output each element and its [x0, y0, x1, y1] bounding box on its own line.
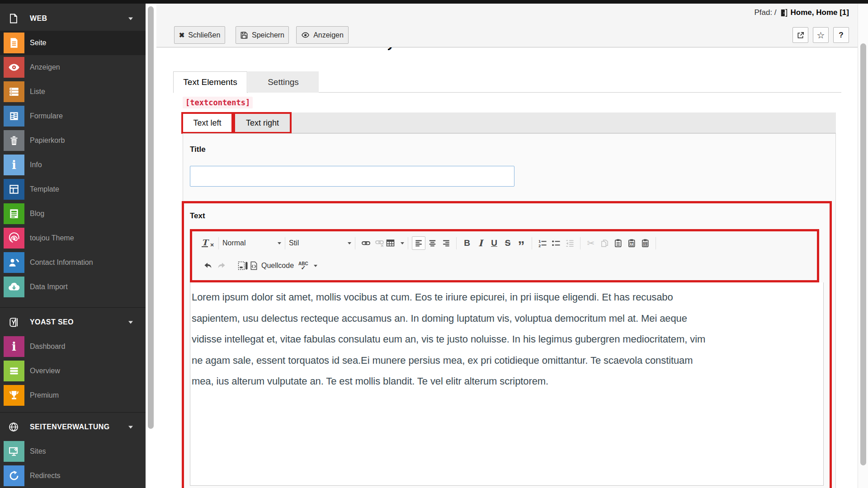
path-label: Pfad: /: [754, 8, 776, 17]
outdent-button[interactable]: [563, 236, 576, 250]
sidebar-item-label: Template: [30, 185, 59, 193]
subtab-label: Text right: [246, 118, 279, 128]
view-button[interactable]: Anzeigen: [296, 26, 349, 44]
copy-button[interactable]: [598, 236, 611, 250]
align-right-button[interactable]: [439, 236, 453, 250]
paste-button[interactable]: [611, 236, 625, 250]
subtab-label: Text left: [193, 118, 221, 128]
undo-button[interactable]: [201, 259, 215, 272]
sidebar-item-contact-information[interactable]: Contact Information: [0, 250, 146, 275]
sidebar-section-yoast-seo[interactable]: YOAST SEO: [0, 310, 146, 334]
sidebar-item-premium[interactable]: Premium: [0, 383, 146, 408]
close-button[interactable]: ✖ Schließen: [174, 26, 225, 44]
sidebar-item-template[interactable]: Template: [0, 177, 146, 202]
blockquote-button[interactable]: ”: [514, 234, 528, 253]
sidebar-item-label: Blog: [30, 210, 44, 218]
sidebar-item-toujou-theme[interactable]: toujou Theme: [0, 226, 146, 250]
view-button-label: Anzeigen: [313, 31, 344, 39]
module-scrollbar-thumb[interactable]: [148, 6, 154, 429]
sidebar-section-seitenverwaltung[interactable]: SEITENVERWALTUNG: [0, 415, 146, 439]
clipped-heading-fragment: y: [388, 47, 395, 51]
subtab-text-left[interactable]: Text left: [181, 112, 233, 134]
subtab-text-right[interactable]: Text right: [233, 112, 292, 134]
sidebar-item-info[interactable]: i Info: [0, 153, 146, 177]
bold-button[interactable]: B: [460, 236, 474, 250]
sidebar-item-redirects[interactable]: Redirects: [0, 464, 146, 488]
trophy-icon: [4, 385, 24, 406]
web-document-icon: [8, 13, 19, 24]
field-code-tag: [textcontents]: [183, 97, 253, 108]
paste-text-button[interactable]: T: [625, 236, 638, 250]
tab-settings[interactable]: Settings: [248, 71, 319, 93]
underline-button[interactable]: U: [487, 236, 501, 250]
spellcheck-button[interactable]: ABC ✓: [298, 259, 317, 272]
unordered-list-button[interactable]: [549, 236, 563, 250]
bookmark-button[interactable]: ☆: [813, 27, 829, 43]
monitor-gear-icon: [4, 441, 24, 462]
window-scrollbar-thumb[interactable]: [860, 43, 866, 465]
align-center-button[interactable]: [425, 236, 439, 250]
toolbar-separator: [456, 237, 457, 249]
sidebar-section-web[interactable]: WEB: [0, 6, 146, 31]
table-button[interactable]: [386, 236, 404, 250]
redo-button[interactable]: [215, 259, 228, 272]
cut-button[interactable]: ✂: [584, 236, 598, 250]
template-icon: [4, 179, 24, 200]
toolbar-separator: [218, 237, 219, 249]
unlink-button[interactable]: ✕: [373, 236, 386, 250]
paragraph-format-select[interactable]: Normal: [222, 239, 281, 247]
sidebar-item-seite[interactable]: Seite: [0, 31, 146, 55]
sidebar-item-overview[interactable]: Overview: [0, 359, 146, 383]
title-input[interactable]: [190, 166, 514, 187]
chevron-down-icon: [401, 242, 404, 244]
toolbar-separator: [532, 237, 532, 249]
sidebar-item-dashboard[interactable]: i Dashboard: [0, 334, 146, 359]
paste-word-button[interactable]: W: [638, 236, 652, 250]
sidebar-item-sites[interactable]: Sites: [0, 439, 146, 464]
save-button[interactable]: Speichern: [236, 26, 289, 44]
source-code-button[interactable]: Quellcode: [250, 259, 294, 272]
svg-text:✕: ✕: [380, 244, 384, 248]
style-select[interactable]: Stil: [289, 239, 351, 247]
align-left-button[interactable]: [412, 236, 425, 250]
remove-format-button[interactable]: T✕: [201, 236, 215, 250]
tab-label: Text Elements: [183, 77, 237, 87]
italic-button[interactable]: I: [474, 236, 487, 250]
sidebar-item-papierkorb[interactable]: Papierkorb: [0, 128, 146, 153]
sidebar-section-label: WEB: [30, 14, 47, 23]
open-new-window-button[interactable]: [793, 27, 808, 43]
show-blocks-button[interactable]: [236, 259, 250, 272]
help-button[interactable]: ?: [833, 27, 849, 43]
sidebar-item-formulare[interactable]: Formulare: [0, 104, 146, 128]
toolbar-separator: [580, 237, 580, 249]
sidebar-item-label: Seite: [30, 39, 46, 47]
sidebar-item-label: Sites: [30, 447, 46, 455]
link-button[interactable]: [359, 236, 373, 250]
sidebar-item-data-import[interactable]: Data Import: [0, 275, 146, 299]
tab-text-elements[interactable]: Text Elements: [173, 71, 247, 93]
sidebar-item-label: Formulare: [30, 112, 63, 120]
source-code-label: Quellcode: [261, 262, 294, 270]
sidebar-item-anzeigen[interactable]: Anzeigen: [0, 55, 146, 80]
strikethrough-button[interactable]: S: [501, 236, 514, 250]
trash-icon: [4, 130, 24, 151]
save-floppy-icon: [240, 31, 248, 39]
svg-text:1: 1: [538, 239, 541, 244]
contact-phone-icon: [4, 252, 24, 273]
top-bar: [0, 0, 868, 4]
close-button-label: Schließen: [188, 31, 220, 39]
typo3-backend: WEB Seite Anzeigen Liste Formular: [0, 0, 868, 488]
chevron-down-icon: [128, 321, 133, 324]
check-icon: ✓: [301, 266, 306, 270]
window-scrollbar-track: [858, 4, 868, 488]
sidebar-item-blog[interactable]: Blog: [0, 202, 146, 226]
toolbar-separator: [285, 237, 285, 249]
external-link-icon: [797, 31, 805, 39]
tab-label: Settings: [268, 77, 299, 87]
redirect-arrow-icon: [4, 465, 24, 486]
svg-text:2: 2: [538, 244, 541, 247]
ordered-list-button[interactable]: 12: [536, 236, 549, 250]
content-area: y Text Elements Settings [textcontents] …: [156, 47, 858, 488]
save-button-label: Speichern: [252, 31, 284, 39]
sidebar-item-liste[interactable]: Liste: [0, 80, 146, 104]
